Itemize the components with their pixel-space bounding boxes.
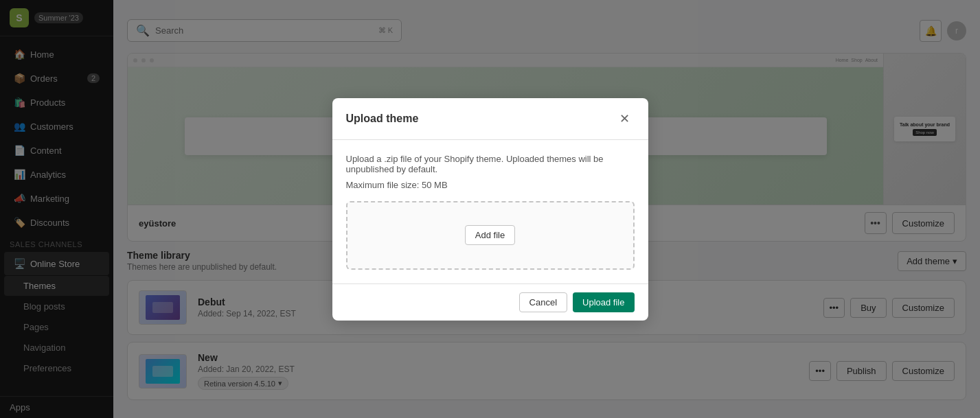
upload-theme-modal: Upload theme ✕ Upload a .zip file of you…: [332, 98, 648, 321]
modal-body: Upload a .zip file of your Shopify theme…: [332, 140, 648, 283]
modal-overlay[interactable]: Upload theme ✕ Upload a .zip file of you…: [0, 0, 980, 418]
upload-dropzone[interactable]: Add file: [346, 201, 635, 270]
add-file-button[interactable]: Add file: [465, 225, 515, 245]
modal-description: Upload a .zip file of your Shopify theme…: [346, 154, 635, 174]
cancel-button[interactable]: Cancel: [519, 292, 567, 312]
modal-footer: Cancel Upload file: [332, 283, 648, 321]
modal-title: Upload theme: [346, 113, 419, 125]
upload-file-button[interactable]: Upload file: [573, 292, 634, 312]
modal-close-button[interactable]: ✕: [615, 109, 635, 128]
modal-header: Upload theme ✕: [332, 98, 648, 140]
modal-file-size: Maximum file size: 50 MB: [346, 180, 635, 190]
